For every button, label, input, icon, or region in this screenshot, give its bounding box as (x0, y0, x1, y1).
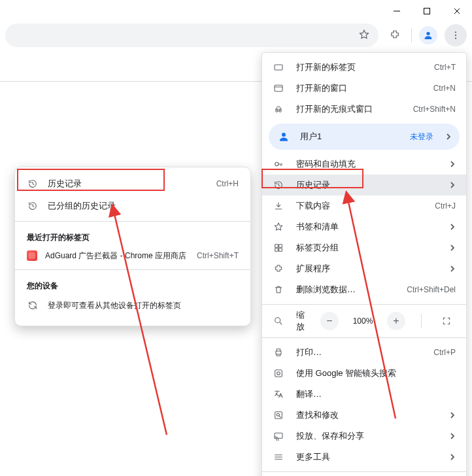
menu-find-edit-label: 查找和修改 (296, 409, 437, 421)
bookmark-icon (273, 222, 284, 232)
svg-rect-0 (424, 8, 430, 14)
incognito-icon (273, 104, 284, 114)
grid-icon (273, 243, 284, 253)
menu-bookmarks[interactable]: 书签和清单 (262, 216, 466, 237)
menu-extensions-label: 扩展程序 (296, 263, 437, 275)
svg-point-9 (282, 133, 286, 137)
submenu-grouped-history-label: 已分组的历史记录 (48, 200, 239, 212)
svg-rect-19 (275, 412, 282, 419)
recent-tab-shortcut: Ctrl+Shift+T (197, 251, 239, 260)
svg-rect-12 (279, 245, 282, 248)
svg-point-10 (275, 162, 278, 165)
zoom-out-button[interactable]: − (320, 312, 339, 330)
puzzle-icon (273, 264, 284, 274)
menu-new-incognito-shortcut: Ctrl+Shift+N (413, 105, 456, 114)
submenu-history[interactable]: 历史记录 Ctrl+H (15, 173, 250, 195)
bookmark-star-icon[interactable] (358, 29, 370, 42)
recent-tabs-heading: 最近打开的标签页 (15, 226, 250, 246)
trash-icon (273, 284, 284, 295)
history-icon (273, 180, 284, 190)
find-icon (273, 410, 284, 420)
menu-translate[interactable]: 翻译… (262, 384, 466, 405)
svg-point-2 (455, 31, 456, 33)
recent-tab-label: AdGuard 广告拦截器 - Chrome 应用商店 (45, 250, 189, 262)
download-icon (273, 201, 284, 211)
history-icon (27, 201, 39, 211)
menu-more-tools[interactable]: 更多工具 (262, 447, 466, 468)
cast-icon (273, 431, 284, 441)
menu-find-edit[interactable]: 查找和修改 (262, 405, 466, 426)
zoom-in-button[interactable]: + (387, 312, 405, 330)
print-icon (273, 347, 284, 358)
menu-tab-groups[interactable]: 标签页分组 (262, 237, 466, 258)
chevron-right-icon (449, 243, 456, 253)
menu-lens-label: 使用 Google 智能镜头搜索 (296, 367, 456, 379)
menu-new-window[interactable]: 打开新的窗口 Ctrl+N (262, 78, 466, 99)
favicon-icon (27, 250, 37, 261)
submenu-history-shortcut: Ctrl+H (216, 179, 239, 188)
menu-new-incognito-label: 打开新的无痕式窗口 (296, 103, 401, 115)
menu-history[interactable]: 历史记录 (262, 175, 466, 196)
recent-tab-item[interactable]: AdGuard 广告拦截器 - Chrome 应用商店 Ctrl+Shift+T (15, 246, 250, 265)
omnibox[interactable] (5, 24, 379, 47)
sync-icon (27, 300, 39, 311)
window-icon (273, 83, 284, 94)
chevron-right-icon (449, 411, 456, 420)
menu-cast-save-share[interactable]: 投放、保存和分享 (262, 426, 466, 447)
svg-rect-14 (279, 248, 282, 252)
window-close-button[interactable] (442, 0, 472, 22)
menu-cast-label: 投放、保存和分享 (296, 430, 437, 442)
menu-zoom-row: 缩放 − 100% + (262, 309, 466, 333)
menu-zoom-label: 缩放 (296, 309, 309, 333)
submenu-history-label: 历史记录 (48, 178, 207, 190)
tab-icon (273, 62, 284, 73)
menu-print-label: 打印… (296, 347, 422, 358)
menu-new-window-label: 打开新的窗口 (296, 82, 422, 94)
menu-history-label: 历史记录 (296, 179, 437, 191)
menu-profile-label: 用户1 (300, 131, 401, 143)
svg-point-15 (275, 318, 280, 323)
extensions-icon[interactable] (384, 24, 406, 46)
window-minimize-button[interactable] (382, 0, 412, 22)
menu-clear-data[interactable]: 删除浏览数据… Ctrl+Shift+Del (262, 279, 466, 300)
svg-rect-16 (276, 351, 281, 354)
your-devices-heading: 您的设备 (15, 274, 250, 294)
key-icon (273, 159, 284, 169)
chevron-right-icon (449, 180, 456, 190)
devices-sign-in-label: 登录即可查看从其他设备打开的标签页 (48, 300, 239, 311)
menu-passwords-label: 密码和自动填充 (296, 158, 437, 170)
history-icon (27, 178, 39, 189)
profile-icon (277, 129, 291, 144)
chevron-right-icon (449, 452, 456, 462)
devices-sign-in-hint[interactable]: 登录即可查看从其他设备打开的标签页 (15, 294, 250, 316)
svg-rect-13 (275, 248, 278, 252)
app-menu-button[interactable] (445, 24, 467, 46)
menu-more-tools-label: 更多工具 (296, 451, 437, 463)
menu-translate-label: 翻译… (296, 388, 456, 400)
menu-new-tab-label: 打开新的标签页 (296, 61, 422, 73)
fullscreen-button[interactable] (437, 312, 456, 330)
menu-print[interactable]: 打印… Ctrl+P (262, 342, 466, 363)
lens-icon (273, 368, 284, 379)
menu-profile[interactable]: 用户1 未登录 (269, 124, 460, 150)
svg-rect-21 (275, 433, 282, 438)
menu-new-incognito[interactable]: 打开新的无痕式窗口 Ctrl+Shift+N (262, 99, 466, 120)
menu-new-window-shortcut: Ctrl+N (433, 84, 456, 93)
svg-point-3 (455, 35, 456, 36)
menu-passwords[interactable]: 密码和自动填充 (262, 154, 466, 175)
menu-extensions[interactable]: 扩展程序 (262, 258, 466, 279)
menu-clear-data-shortcut: Ctrl+Shift+Del (407, 285, 456, 294)
submenu-grouped-history[interactable]: 已分组的历史记录 (15, 195, 250, 217)
menu-bookmarks-label: 书签和清单 (296, 221, 437, 233)
menu-lens-search[interactable]: 使用 Google 智能镜头搜索 (262, 363, 466, 384)
zoom-icon (273, 316, 284, 326)
menu-clear-data-label: 删除浏览数据… (296, 284, 395, 296)
window-maximize-button[interactable] (412, 0, 442, 22)
menu-downloads[interactable]: 下载内容 Ctrl+J (262, 196, 466, 216)
menu-new-tab[interactable]: 打开新的标签页 Ctrl+T (262, 57, 466, 78)
tools-icon (273, 452, 284, 462)
zoom-value: 100% (350, 316, 375, 326)
profile-avatar-button[interactable] (417, 24, 439, 46)
menu-downloads-shortcut: Ctrl+J (435, 201, 456, 211)
menu-downloads-label: 下载内容 (296, 200, 423, 212)
